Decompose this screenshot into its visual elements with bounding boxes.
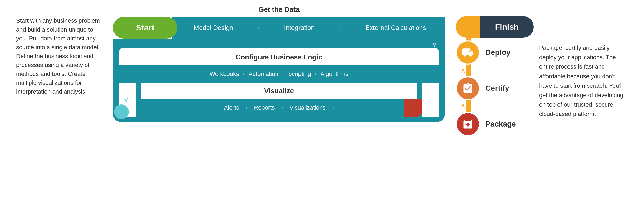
visualize-title-box: Visualize bbox=[141, 83, 417, 99]
top-flow-connector: Model Design › Integration › External Ca… bbox=[172, 17, 445, 38]
outer-teal-box: ∨ Configure Business Logic Workbooks ‹ A… bbox=[113, 38, 445, 122]
box-icon bbox=[462, 118, 474, 130]
arrow-wa: ‹ bbox=[243, 71, 245, 78]
reports-label: Reports bbox=[254, 104, 275, 111]
certify-label: Certify bbox=[485, 84, 509, 93]
red-corner-decoration bbox=[404, 99, 422, 117]
chevron-down-icon: ∨ bbox=[432, 41, 437, 48]
main-container: Start with any business problem and buil… bbox=[0, 0, 644, 210]
workbooks-label: Workbooks bbox=[209, 71, 239, 78]
arrow-ar: › bbox=[245, 104, 247, 111]
left-section: Start with any business problem and buil… bbox=[16, 5, 102, 96]
top-flow-bar: Start Model Design › Integration › Exter… bbox=[113, 17, 445, 38]
flow-arrow-2: › bbox=[339, 24, 341, 31]
arrow-as: ‹ bbox=[282, 71, 284, 78]
chevron-area: ∨ bbox=[113, 38, 445, 48]
algorithms-label: Algorithms bbox=[321, 71, 348, 78]
start-pill: Start bbox=[113, 17, 177, 38]
content-area: ∨ Configure Business Logic Workbooks ‹ A… bbox=[113, 38, 445, 122]
visualizations-label: Visualizations bbox=[290, 104, 326, 111]
visualize-inner-teal: Visualize Alerts › Reports › Visualizati… bbox=[136, 83, 422, 117]
chevron-up-1-icon: ∧ bbox=[456, 65, 534, 76]
flow-item-integration: Integration bbox=[284, 24, 314, 32]
finish-column: Finish Deploy ∧ bbox=[456, 16, 534, 136]
arrow-rv: › bbox=[281, 104, 283, 111]
scripting-label: Scripting bbox=[288, 71, 311, 78]
package-circle bbox=[456, 112, 480, 136]
configure-white-area: Configure Business Logic Workbooks ‹ Aut… bbox=[119, 48, 439, 117]
flow-arrow-1: › bbox=[258, 24, 259, 31]
configure-sub-flow: Workbooks ‹ Automation ‹ Scripting ‹ Alg… bbox=[119, 65, 439, 83]
bottom-teal-pad bbox=[113, 117, 445, 122]
finish-pill-area: Finish bbox=[456, 16, 534, 38]
truck-icon bbox=[462, 47, 474, 58]
certify-circle bbox=[456, 76, 480, 100]
arrow-sal: ‹ bbox=[315, 71, 316, 78]
certify-step: Certify bbox=[456, 76, 534, 100]
left-chevron-icon: ∨ bbox=[124, 96, 129, 104]
configure-title: Configure Business Logic bbox=[119, 53, 439, 65]
deploy-label: Deploy bbox=[485, 48, 510, 57]
right-section: Finish Deploy ∧ bbox=[456, 5, 628, 136]
visualize-white-area: ∨ Visualize Alerts › bbox=[119, 83, 439, 117]
clipboard-check-icon bbox=[462, 82, 474, 94]
teal-circle-decoration bbox=[114, 104, 129, 119]
alerts-label: Alerts bbox=[224, 104, 239, 111]
visualize-sub-flow: Alerts › Reports › Visualizations › bbox=[136, 99, 422, 117]
arrow-v: › bbox=[332, 104, 334, 111]
left-description: Start with any business problem and buil… bbox=[16, 16, 102, 96]
start-label: Start bbox=[136, 23, 154, 32]
get-the-data-title: Get the Data bbox=[258, 5, 300, 14]
deploy-circle bbox=[456, 40, 480, 65]
automation-label: Automation bbox=[248, 71, 278, 78]
deploy-step: Deploy bbox=[456, 40, 534, 65]
finish-label: Finish bbox=[495, 22, 519, 32]
finish-pill: Finish bbox=[480, 16, 534, 38]
package-step: Package bbox=[456, 112, 534, 136]
flow-item-external-calc: External Calculations bbox=[365, 24, 426, 32]
orange-bar bbox=[456, 16, 480, 38]
middle-section: Get the Data Start Model Design › Integr… bbox=[102, 5, 456, 122]
chevron-up-2-icon: ∧ bbox=[456, 100, 534, 112]
flow-item-model-design: Model Design bbox=[194, 24, 233, 32]
right-description-area: Package, certify and easily deploy your … bbox=[534, 16, 625, 119]
right-description: Package, certify and easily deploy your … bbox=[539, 43, 625, 119]
package-label: Package bbox=[485, 120, 516, 128]
visualize-title: Visualize bbox=[264, 87, 294, 95]
